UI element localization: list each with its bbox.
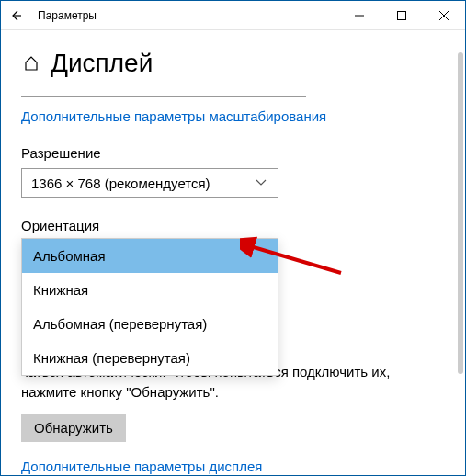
minimize-button[interactable] <box>338 1 381 30</box>
close-icon <box>439 11 449 20</box>
minimize-icon <box>355 11 364 20</box>
divider <box>21 96 306 97</box>
page-heading: Дисплей <box>21 49 445 78</box>
orientation-option[interactable]: Книжная (перевернутая) <box>22 341 278 375</box>
maximize-button[interactable] <box>381 1 423 30</box>
display-link[interactable]: Дополнительные параметры дисплея <box>21 459 262 474</box>
detect-section: чаться автоматически. Чтобы попытаться п… <box>21 362 445 475</box>
svg-rect-1 <box>398 11 406 19</box>
orientation-option[interactable]: Альбомная (перевернутая) <box>22 307 278 341</box>
arrow-left-icon <box>9 9 22 22</box>
scaling-link[interactable]: Дополнительные параметры масштабирования <box>21 108 326 124</box>
orientation-dropdown: Альбомная Книжная Альбомная (перевернута… <box>21 238 278 376</box>
detect-button[interactable]: Обнаружить <box>21 414 126 442</box>
maximize-icon <box>397 11 406 20</box>
home-icon <box>23 55 40 72</box>
resolution-combo[interactable]: 1366 × 768 (рекомендуется) <box>21 168 278 198</box>
chevron-down-icon <box>254 179 268 187</box>
home-button[interactable] <box>21 53 41 74</box>
close-button[interactable] <box>423 1 465 30</box>
orientation-option[interactable]: Альбомная <box>22 239 278 273</box>
resolution-value: 1366 × 768 (рекомендуется) <box>31 176 254 191</box>
resolution-label: Разрешение <box>21 145 445 161</box>
scrollbar[interactable] <box>458 52 463 374</box>
orientation-label: Ориентация <box>21 218 445 233</box>
orientation-option[interactable]: Книжная <box>22 273 278 307</box>
titlebar: Параметры <box>1 1 465 30</box>
page-title: Дисплей <box>51 49 153 78</box>
window-title: Параметры <box>30 9 338 22</box>
back-button[interactable] <box>1 1 30 30</box>
